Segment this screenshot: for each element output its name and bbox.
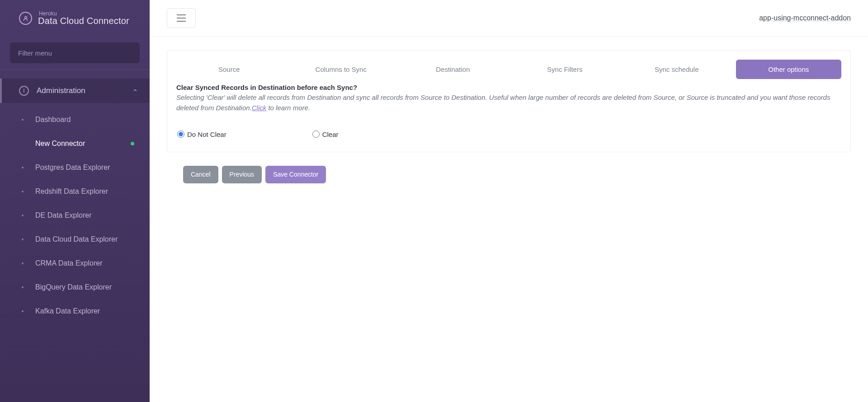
menu-list: DashboardNew ConnectorPostgres Data Expl… <box>0 103 150 323</box>
radio-do-not-clear-input[interactable] <box>177 131 184 138</box>
sidebar-item-label: Postgres Data Explorer <box>35 164 110 172</box>
sidebar-item-data-cloud-data-explorer[interactable]: Data Cloud Data Explorer <box>0 227 150 251</box>
description: Selecting 'Clear' will delete all record… <box>176 92 841 113</box>
previous-button[interactable]: Previous <box>222 166 262 183</box>
sidebar-item-redshift-data-explorer[interactable]: Redshift Data Explorer <box>0 179 150 203</box>
radio-clear[interactable]: Clear <box>312 131 339 138</box>
desc-suffix: to learn more. <box>266 104 310 112</box>
sidebar-item-label: Dashboard <box>35 116 71 124</box>
sidebar-item-label: Redshift Data Explorer <box>35 187 108 196</box>
sidebar-header: Heroku Data Cloud Connector <box>0 0 150 37</box>
cancel-button[interactable]: Cancel <box>183 166 218 183</box>
sidebar-item-label: Data Cloud Data Explorer <box>35 235 118 243</box>
topbar: app-using-mcconnect-addon <box>150 0 868 37</box>
section-label: Administration <box>37 86 132 95</box>
tab-sync-schedule[interactable]: Sync schedule <box>624 60 730 79</box>
save-connector-button[interactable]: Save Connector <box>265 166 326 183</box>
app-name[interactable]: app-using-mcconnect-addon <box>759 14 851 22</box>
sidebar-item-label: New Connector <box>35 140 85 148</box>
radio-clear-input[interactable] <box>312 131 320 138</box>
radio-do-not-clear-label: Do Not Clear <box>187 131 226 138</box>
sidebar-item-bigquery-data-explorer[interactable]: BigQuery Data Explorer <box>0 275 150 299</box>
tab-columns-to-sync[interactable]: Columns to Sync <box>288 60 394 79</box>
svg-point-0 <box>24 16 27 19</box>
tab-other-options[interactable]: Other options <box>736 60 842 79</box>
sidebar-item-postgres-data-explorer[interactable]: Postgres Data Explorer <box>0 155 150 179</box>
tabs: SourceColumns to SyncDestinationSync Fil… <box>176 60 841 79</box>
sidebar-item-label: Kafka Data Explorer <box>35 307 100 315</box>
radio-clear-label: Clear <box>322 131 339 138</box>
sidebar-item-label: DE Data Explorer <box>35 211 92 220</box>
divider <box>0 70 150 70</box>
sidebar-item-de-data-explorer[interactable]: DE Data Explorer <box>0 203 150 227</box>
sidebar-item-crma-data-explorer[interactable]: CRMA Data Explorer <box>0 251 150 275</box>
filter-menu-input[interactable] <box>10 42 140 63</box>
sidebar-item-label: BigQuery Data Explorer <box>35 283 112 291</box>
card: SourceColumns to SyncDestinationSync Fil… <box>167 50 851 152</box>
sidebar-item-label: CRMA Data Explorer <box>35 259 103 267</box>
tab-source[interactable]: Source <box>176 60 282 79</box>
main: app-using-mcconnect-addon SourceColumns … <box>150 0 868 402</box>
info-icon: i <box>19 86 29 96</box>
radio-do-not-clear[interactable]: Do Not Clear <box>177 131 226 138</box>
question-heading: Clear Synced Records in Destination befo… <box>176 84 841 91</box>
sidebar-item-dashboard[interactable]: Dashboard <box>0 108 150 131</box>
hamburger-button[interactable] <box>167 8 196 28</box>
chevron-up-icon <box>132 87 138 95</box>
logo-icon <box>19 12 32 25</box>
sidebar: Heroku Data Cloud Connector i Administra… <box>0 0 150 402</box>
sidebar-item-new-connector[interactable]: New Connector <box>0 131 150 155</box>
desc-link[interactable]: Click <box>252 104 267 112</box>
tab-sync-filters[interactable]: Sync Filters <box>512 60 618 79</box>
active-badge <box>131 142 134 145</box>
tab-destination[interactable]: Destination <box>400 60 506 79</box>
sidebar-item-kafka-data-explorer[interactable]: Kafka Data Explorer <box>0 299 150 323</box>
section-administration[interactable]: i Administration <box>0 79 150 103</box>
logo-title: Data Cloud Connector <box>38 16 129 26</box>
